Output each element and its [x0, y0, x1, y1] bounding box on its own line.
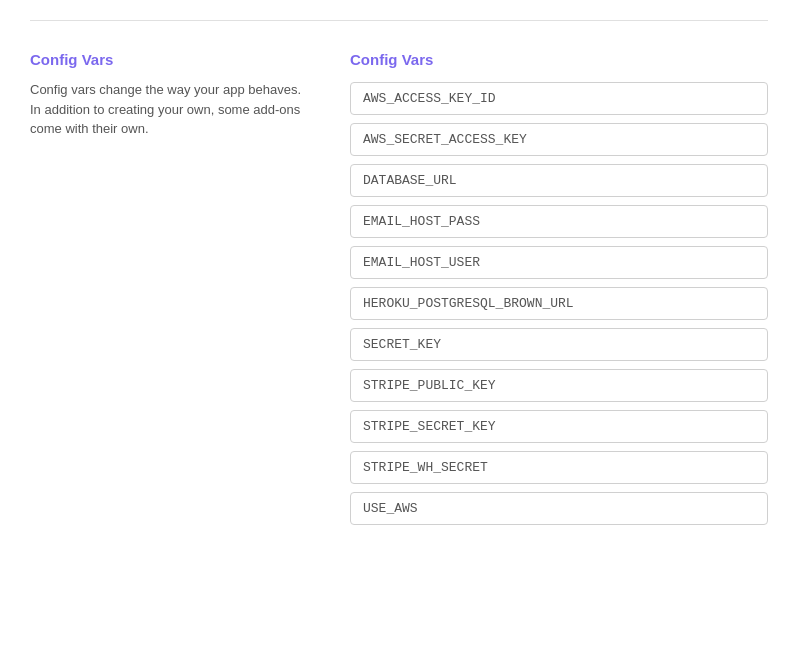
config-var-database-url[interactable]: [350, 164, 768, 197]
config-var-item: [350, 287, 768, 320]
config-var-item: [350, 82, 768, 115]
config-var-stripe-secret-key[interactable]: [350, 410, 768, 443]
config-var-email-host-user[interactable]: [350, 246, 768, 279]
top-divider: [30, 20, 768, 21]
config-var-item: [350, 123, 768, 156]
config-var-item: [350, 205, 768, 238]
config-var-item: [350, 328, 768, 361]
config-var-use-aws[interactable]: [350, 492, 768, 525]
config-var-aws-secret-access-key[interactable]: [350, 123, 768, 156]
description-text-2: In addition to creating your own, some a…: [30, 102, 300, 137]
right-section-title: Config Vars: [350, 51, 768, 68]
right-panel: Config Vars: [350, 51, 768, 533]
config-var-heroku-postgresql-brown-url[interactable]: [350, 287, 768, 320]
left-section-description: Config vars change the way your app beha…: [30, 80, 310, 139]
config-var-item: [350, 246, 768, 279]
left-panel: Config Vars Config vars change the way y…: [30, 51, 310, 533]
description-text-1: Config vars change the way your app beha…: [30, 82, 301, 97]
config-var-stripe-wh-secret[interactable]: [350, 451, 768, 484]
config-var-item: [350, 410, 768, 443]
config-var-aws-access-key-id[interactable]: [350, 82, 768, 115]
config-var-item: [350, 164, 768, 197]
config-var-email-host-pass[interactable]: [350, 205, 768, 238]
config-var-item: [350, 369, 768, 402]
page-container: Config Vars Config vars change the way y…: [0, 0, 798, 662]
config-var-secret-key[interactable]: [350, 328, 768, 361]
left-section-title: Config Vars: [30, 51, 310, 68]
main-layout: Config Vars Config vars change the way y…: [30, 51, 768, 533]
config-var-item: [350, 492, 768, 525]
config-var-item: [350, 451, 768, 484]
config-var-stripe-public-key[interactable]: [350, 369, 768, 402]
